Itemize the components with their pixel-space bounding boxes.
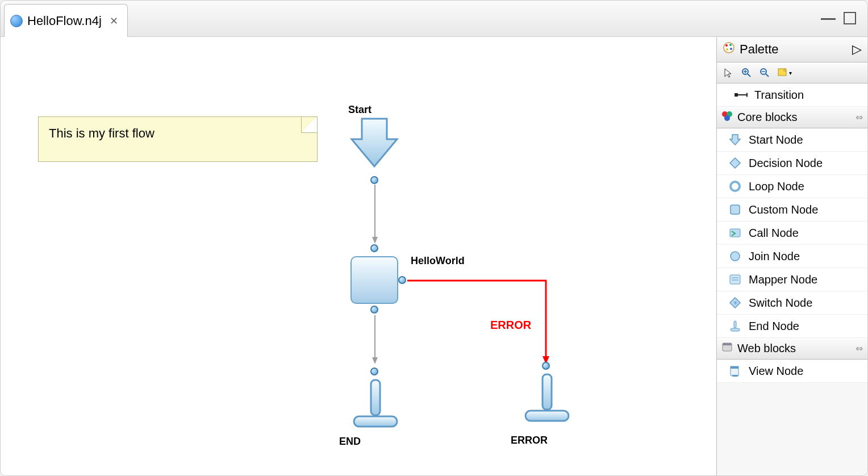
svg-rect-30 (731, 205, 740, 214)
minimize-icon[interactable] (821, 16, 836, 20)
palette-item-label: Mapper Node (749, 273, 817, 286)
palette-item-custom-node[interactable]: Custom Node (717, 198, 867, 222)
edge-hello-to-end (371, 315, 382, 366)
palette-item-label: Custom Node (749, 203, 818, 216)
pin-icon[interactable]: ⇔ (856, 343, 863, 354)
titlebar: HelloFlow.n4j ✕ (1, 1, 867, 37)
svg-point-27 (724, 115, 730, 121)
selection-tool-button[interactable] (720, 65, 736, 81)
palette-item-join-node[interactable]: Join Node (717, 245, 867, 268)
transition-icon (734, 88, 748, 102)
window-controls (821, 12, 856, 24)
svg-point-11 (729, 44, 732, 46)
zoom-in-button[interactable] (738, 65, 754, 81)
custom-node-icon (728, 203, 742, 216)
palette-header[interactable]: Palette ▷ (717, 37, 867, 62)
view-node-icon (728, 364, 742, 378)
content-area: This is my first flow Start HelloWorld (1, 37, 867, 475)
decision-node-icon (728, 156, 742, 170)
svg-point-29 (733, 185, 737, 188)
globe-icon (10, 15, 23, 27)
note-fold-icon (301, 117, 317, 133)
error-node-label: ERROR (511, 435, 548, 446)
hello-world-node[interactable] (350, 256, 398, 304)
svg-rect-7 (542, 374, 552, 410)
tab-filename: HelloFlow.n4j (27, 14, 102, 28)
collapse-palette-icon[interactable]: ▷ (852, 42, 862, 57)
hello-in-port[interactable] (370, 244, 378, 252)
palette-item-label: Join Node (749, 250, 800, 263)
palette-item-label: Switch Node (749, 297, 812, 310)
hello-world-label: HelloWorld (411, 255, 465, 267)
svg-text:✳: ✳ (733, 299, 738, 306)
palette-item-label: Decision Node (749, 157, 823, 170)
palette-section-core[interactable]: Core blocks ⇔ (717, 107, 867, 128)
flow-canvas[interactable]: This is my first flow Start HelloWorld (1, 37, 716, 475)
svg-point-10 (725, 44, 728, 47)
zoom-out-button[interactable] (757, 65, 773, 81)
palette-item-label: Call Node (749, 227, 799, 240)
palette-item-decision-node[interactable]: Decision Node (717, 152, 867, 175)
end-node-label: END (339, 436, 361, 448)
palette-item-label: Loop Node (749, 180, 804, 193)
loop-node-icon (728, 179, 742, 193)
svg-rect-22 (735, 93, 738, 97)
palette-item-end-node[interactable]: End Node (717, 315, 867, 338)
pin-icon[interactable]: ⇔ (856, 112, 863, 123)
palette-panel: Palette ▷ ▾ Transition (716, 37, 867, 475)
hello-out-port[interactable] (370, 306, 378, 314)
svg-rect-4 (371, 380, 380, 415)
palette-toolbar: ▾ (717, 62, 867, 83)
svg-marker-24 (746, 93, 748, 97)
palette-item-view-node[interactable]: View Node (717, 360, 867, 383)
error-edge-label: ERROR (490, 319, 531, 332)
maximize-icon[interactable] (844, 12, 856, 24)
palette-title: Palette (740, 42, 779, 57)
svg-line-15 (748, 74, 750, 77)
note-tool-button[interactable]: ▾ (775, 65, 795, 81)
palette-item-switch-node[interactable]: ✳Switch Node (717, 291, 867, 315)
palette-item-label: View Node (749, 365, 803, 378)
palette-item-start-node[interactable]: Start Node (717, 128, 867, 152)
svg-point-32 (731, 252, 740, 261)
svg-rect-8 (525, 411, 569, 421)
palette-transition-label: Transition (754, 89, 804, 102)
palette-item-label: Start Node (749, 133, 803, 147)
svg-rect-33 (730, 275, 740, 284)
svg-rect-40 (723, 343, 732, 345)
editor-tab[interactable]: HelloFlow.n4j ✕ (4, 4, 128, 37)
core-blocks-icon (721, 110, 733, 124)
palette-item-loop-node[interactable]: Loop Node (717, 175, 867, 198)
end-node[interactable] (352, 378, 399, 430)
svg-point-13 (726, 48, 728, 51)
svg-point-12 (730, 48, 732, 50)
call-node-icon (728, 226, 742, 240)
error-node[interactable] (523, 372, 571, 424)
error-in-port[interactable] (542, 362, 550, 370)
start-node-icon (728, 133, 742, 147)
palette-section-web[interactable]: Web blocks ⇔ (717, 338, 867, 360)
mapper-node-icon (728, 273, 742, 286)
palette-item-mapper-node[interactable]: Mapper Node (717, 268, 867, 291)
svg-marker-1 (372, 237, 378, 244)
join-node-icon (728, 249, 742, 263)
start-node[interactable] (349, 116, 399, 166)
svg-point-9 (724, 43, 734, 53)
palette-item-call-node[interactable]: Call Node (717, 222, 867, 245)
sticky-note[interactable]: This is my first flow (38, 116, 318, 162)
web-blocks-title: Web blocks (737, 342, 796, 355)
edge-start-to-hello (371, 185, 382, 247)
switch-node-icon: ✳ (728, 296, 742, 310)
svg-marker-3 (372, 357, 378, 364)
palette-item-label: End Node (749, 320, 799, 333)
core-blocks-title: Core blocks (737, 111, 798, 124)
start-out-port[interactable] (370, 176, 378, 184)
web-blocks-icon (721, 341, 733, 356)
palette-icon (723, 41, 735, 57)
end-in-port[interactable] (370, 368, 378, 375)
palette-transition[interactable]: Transition (717, 83, 867, 107)
svg-rect-42 (731, 366, 738, 369)
svg-line-19 (766, 74, 769, 77)
close-tab-icon[interactable]: ✕ (110, 15, 118, 27)
sticky-note-text: This is my first flow (49, 126, 155, 140)
